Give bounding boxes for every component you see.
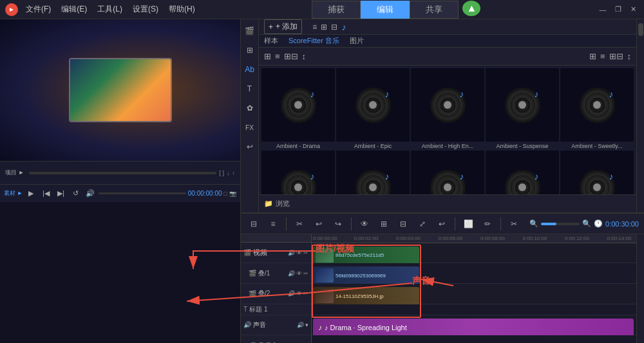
view-list-icon[interactable]: ≡: [312, 23, 317, 32]
music-item-0[interactable]: ♪ Ambient - Drama: [261, 68, 335, 149]
overlay1-sound[interactable]: 🔊: [288, 270, 295, 277]
list-view-icon[interactable]: ≡: [275, 51, 280, 61]
sort-icon[interactable]: ↕: [302, 51, 307, 61]
volume-icon[interactable]: 🔊: [84, 187, 97, 200]
snapshot[interactable]: 📷: [229, 190, 236, 197]
filter-icon[interactable]: ⊟: [331, 23, 337, 32]
timeline-scrollbar[interactable]: [636, 234, 644, 343]
overlay2-sound[interactable]: 🔊: [288, 290, 295, 297]
sidebar-transition[interactable]: ⊞: [242, 41, 258, 59]
video-clip-2[interactable]: 56fd09890253069969: [313, 266, 419, 284]
menu-edit[interactable]: 编辑(E): [61, 4, 87, 15]
tl-add-btn[interactable]: ⊞: [376, 216, 392, 232]
scorefitter-label[interactable]: ScoreFitter 音乐: [289, 36, 339, 46]
menu-settings[interactable]: 设置(S): [133, 4, 158, 15]
view-option-1[interactable]: ⊞: [589, 51, 596, 61]
overlay1-track-label: 🎬 叠/1 🔊 👁 ✂: [241, 263, 311, 284]
tl-mute-btn[interactable]: ✂: [506, 216, 522, 232]
music-note-icon: ♪: [318, 323, 322, 332]
grid-view-icon[interactable]: ⊞: [264, 51, 271, 61]
zoom-in-btn[interactable]: 🔍: [582, 219, 591, 228]
music-item-4[interactable]: ♪ Ambient - Sweetly...: [560, 68, 634, 149]
clip-2-label: 56fd09890253069969: [336, 273, 386, 279]
sidebar-title[interactable]: T: [242, 80, 258, 98]
tab-share[interactable]: 共享: [410, 1, 459, 19]
loop-button[interactable]: ↺: [69, 187, 82, 200]
audio-expand[interactable]: ▾: [305, 322, 308, 328]
scrollbar-thumb[interactable]: [638, 23, 643, 36]
music-item-3[interactable]: ♪ Ambient - Suspense: [486, 68, 559, 149]
video-eye[interactable]: 👁: [296, 250, 302, 256]
music-item-5[interactable]: ♪ Ambient - Wonder: [261, 151, 335, 194]
zoom-out-btn[interactable]: 🔍: [529, 219, 538, 228]
tl-split-btn[interactable]: ✂: [292, 216, 307, 232]
sidebar-overlay[interactable]: ✿: [242, 99, 258, 117]
music-item-7[interactable]: ♪ Classical - Candl...: [411, 151, 484, 194]
photos-label[interactable]: 图片: [350, 36, 364, 46]
view-option-2[interactable]: ≡: [600, 51, 605, 61]
view-option-3[interactable]: ⊞⊟: [609, 51, 623, 61]
sidebar-text[interactable]: Ab: [242, 60, 258, 79]
overlay1-cut[interactable]: ✂: [303, 270, 308, 277]
tab-edit[interactable]: 编辑: [361, 1, 410, 19]
menu-file[interactable]: 文件(F): [26, 4, 51, 15]
browse-button[interactable]: 📁 浏览: [264, 199, 290, 209]
play-button[interactable]: ▶: [24, 187, 37, 200]
video-vol[interactable]: ✂: [303, 250, 308, 256]
menu-tools[interactable]: 工具(L): [97, 4, 122, 15]
tl-box-btn[interactable]: ⬜: [460, 216, 476, 232]
mark-in[interactable]: ↓: [227, 170, 230, 176]
next-frame[interactable]: ▶|: [54, 187, 67, 200]
add-button[interactable]: + + 添加: [264, 19, 302, 34]
close-button[interactable]: ✕: [629, 5, 639, 15]
video-lock[interactable]: 🔊: [288, 250, 295, 256]
tab-capture[interactable]: 捕获: [312, 1, 361, 19]
zoom-slider[interactable]: [541, 223, 580, 225]
view-grid-icon[interactable]: ⊞: [321, 23, 327, 32]
share-icon[interactable]: ▲: [462, 1, 480, 16]
music-item-6[interactable]: ♪ Classical - A Gif...: [336, 151, 410, 194]
tl-undo-btn[interactable]: ↩: [311, 216, 327, 232]
sort-option[interactable]: ↕: [627, 51, 632, 61]
menu-help[interactable]: 帮助(H): [169, 4, 195, 15]
preview-progress-bar[interactable]: [29, 172, 216, 174]
mark-out[interactable]: ↑: [232, 170, 236, 176]
overlay1-eye[interactable]: 👁: [296, 270, 302, 277]
music-item-2[interactable]: ♪ Ambient - High En...: [411, 68, 484, 149]
overlay2-eye[interactable]: 👁: [296, 290, 302, 297]
library-scrollbar[interactable]: [636, 19, 644, 212]
tl-snap-btn[interactable]: ⤢: [415, 216, 430, 232]
video-clip-3[interactable]: 14-15110Z9535JH.jp: [313, 287, 419, 305]
audio-vol[interactable]: 🔊: [297, 322, 304, 328]
sidebar-misc[interactable]: ↩: [242, 138, 258, 156]
sidebar-fx[interactable]: FX: [242, 118, 258, 136]
overlay1-icon: 🎬: [249, 270, 256, 277]
music-icon[interactable]: ♪: [341, 22, 346, 32]
tl-redo-btn[interactable]: ↪: [330, 216, 346, 232]
preview-video[interactable]: [0, 19, 240, 161]
prev-frame[interactable]: |◀: [39, 187, 52, 200]
ruler-0: 0:00:00:00: [313, 236, 337, 241]
minimize-button[interactable]: —: [598, 5, 608, 15]
video-clip-1[interactable]: 86d75cde575e211d5: [313, 246, 419, 264]
volume-slider[interactable]: [99, 192, 185, 194]
tl-mark-btn[interactable]: ↩: [434, 216, 450, 232]
maximize-button[interactable]: ❐: [613, 5, 623, 15]
details-icon[interactable]: ⊞⊟: [284, 51, 298, 61]
ruler-spacer: [241, 234, 311, 243]
overlay2-cut[interactable]: ✂: [303, 290, 308, 297]
sample-label[interactable]: 样本: [264, 36, 278, 46]
tl-view-btn[interactable]: ≡: [265, 216, 281, 232]
ruler-8: 0:00:08:00: [480, 236, 505, 241]
video-controls: 🔊 👁 ✂: [288, 250, 308, 256]
tl-motion-btn[interactable]: 👁: [357, 216, 372, 232]
sidebar-media[interactable]: 🎬: [242, 22, 258, 40]
music-item-9[interactable]: ♪ Classical - Sinf...: [560, 151, 634, 194]
music-item-8[interactable]: ♪ Classical - Corel...: [486, 151, 559, 194]
tl-remove-btn[interactable]: ⊟: [395, 216, 411, 232]
audio-clip[interactable]: ♪ ♪ Drama · Spreading Light: [313, 319, 634, 337]
tl-toggle-btn[interactable]: ⊟: [246, 216, 261, 232]
music-item-1[interactable]: ♪ Ambient - Epic: [336, 68, 410, 149]
ruler-4: 0:00:04:00: [396, 236, 421, 241]
tl-pen-btn[interactable]: ✏: [480, 216, 495, 232]
